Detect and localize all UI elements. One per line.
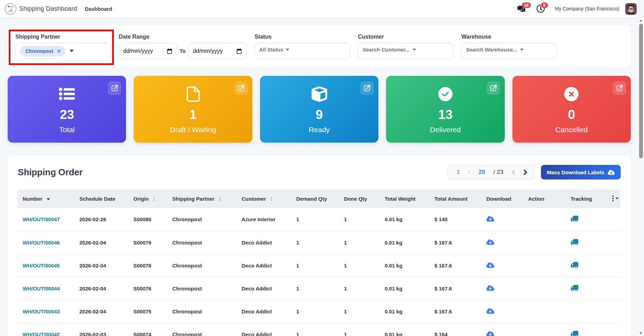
svg-text:doo: doo [9,5,14,8]
